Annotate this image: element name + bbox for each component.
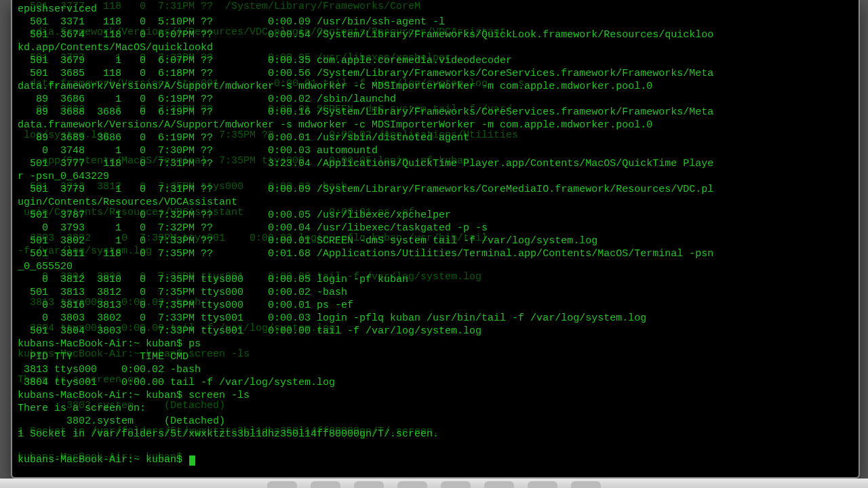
dock [0,479,868,488]
terminal-line: 501 3371 118 0 5:10PM ?? 0:00.09 /usr/bi… [18,16,853,28]
terminal-line: epushserviced [18,3,853,16]
terminal-line: 3804 ttys001 0:00.00 tail -f /var/log/sy… [18,376,853,389]
terminal-line: 501 3811 118 0 7:35PM ?? 0:01.68 /Applic… [18,247,853,260]
terminal-line: 0 3803 3802 0 7:33PM ttys001 0:00.03 log… [18,312,853,325]
dock-icon[interactable] [397,481,427,488]
dock-icon[interactable] [311,481,340,488]
terminal-line: ugin/Contents/Resources/VDCAssistant [18,196,853,209]
dock-icon[interactable] [528,481,557,488]
terminal-line: 89 3689 3686 0 6:19PM ?? 0:00.01 /usr/sb… [18,131,853,144]
terminal-output[interactable]: 501 3777 118 0 7:31PM ?? /System/Library… [12,0,859,477]
terminal-line: 3802.system (Detached) [18,415,853,428]
terminal-line: 89 3686 1 0 6:19PM ?? 0:00.02 /sbin/laun… [18,93,853,106]
terminal-line: kd.app/Contents/MacOS/quicklookd [18,41,853,54]
terminal-line: 501 3804 3803 0 7:33PM ttys001 0:00.00 t… [18,325,853,338]
cursor [189,455,195,466]
terminal-line: kubans-MacBook-Air:~ kuban$ screen -ls [18,389,853,402]
terminal-line: 501 3674 118 0 6:07PM ?? 0:00.54 /System… [18,28,853,41]
terminal-line: _0_655520 [18,260,853,273]
dock-icon[interactable] [441,481,471,488]
dock-icon[interactable] [571,481,601,488]
terminal-line: data.framework/Versions/A/Support/mdwork… [18,80,853,93]
terminal-line: 0 3816 3813 0 7:35PM ttys000 0:00.01 ps … [18,299,853,312]
dock-icon[interactable] [267,481,297,488]
terminal-line: 89 3688 3686 0 6:19PM ?? 0:00.16 /System… [18,106,853,119]
terminal-line: 0 3793 1 0 7:32PM ?? 0:00.04 /usr/libexe… [18,222,853,235]
terminal-line: 501 3787 1 0 7:32PM ?? 0:00.05 /usr/libe… [18,209,853,222]
terminal-line: PID TTY TIME CMD [18,350,853,363]
terminal-line: data.framework/Versions/A/Support/mdwork… [18,119,853,131]
terminal-line: kubans-MacBook-Air:~ kuban$ ps [18,338,853,350]
terminal-line: 501 3813 3812 0 7:35PM ttys000 0:00.02 -… [18,286,853,299]
terminal-line [18,441,853,453]
terminal-line: 1 Socket in /var/folders/5t/xwxktzts3bl1… [18,428,853,441]
dock-icon[interactable] [484,481,514,488]
terminal-line: 0 3812 3810 0 7:35PM ttys000 0:00.05 log… [18,273,853,286]
terminal-line: 501 3685 118 0 6:18PM ?? 0:00.56 /System… [18,67,853,80]
terminal-line: 501 3777 118 0 7:31PM ?? 3:23.04 /Applic… [18,157,853,170]
terminal-line: There is a screen on: [18,402,853,415]
terminal-line: 501 3802 1 0 7:33PM ?? 0:00.01 SCREEN -d… [18,235,853,247]
terminal-line: 0 3748 1 0 7:30PM ?? 0:00.03 automountd [18,144,853,157]
terminal-line: 3813 ttys000 0:00.02 -bash [18,363,853,376]
terminal-line: 501 3679 1 0 6:07PM ?? 0:00.35 com.apple… [18,54,853,67]
terminal-foreground: epushserviced 501 3371 118 0 5:10PM ?? 0… [18,3,853,466]
terminal-line: 501 3779 1 0 7:31PM ?? 0:00.09 /System/L… [18,183,853,196]
terminal-line: kubans-MacBook-Air:~ kuban$ [18,453,853,466]
dock-icon[interactable] [354,481,384,488]
terminal-line: r -psn_0_643229 [18,170,853,183]
terminal-window[interactable]: 501 3777 118 0 7:31PM ?? /System/Library… [11,0,860,479]
